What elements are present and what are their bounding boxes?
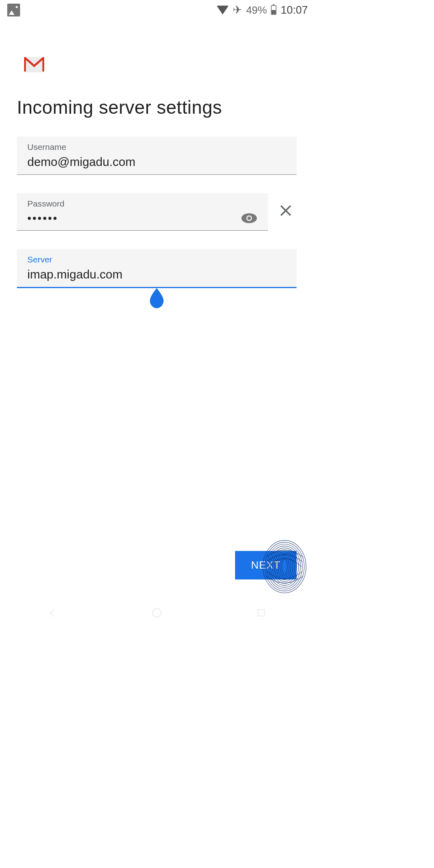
- page-title: Incoming server settings: [17, 96, 297, 118]
- svg-point-17: [152, 608, 161, 617]
- battery-icon: [271, 5, 276, 15]
- server-value: imap.migadu.com: [27, 268, 286, 281]
- username-label: Username: [27, 142, 286, 152]
- svg-rect-18: [258, 610, 264, 616]
- clear-password-button[interactable]: [278, 203, 293, 220]
- username-field[interactable]: Username demo@migadu.com: [17, 137, 297, 175]
- text-cursor-handle-icon[interactable]: [148, 288, 165, 308]
- svg-point-12: [274, 552, 295, 582]
- battery-percentage: 49%: [246, 4, 267, 16]
- password-value: ••••••: [27, 212, 241, 225]
- svg-point-16: [282, 559, 287, 574]
- home-button[interactable]: [149, 605, 164, 620]
- back-button[interactable]: [45, 605, 60, 620]
- gmail-icon: [24, 57, 44, 72]
- airplane-icon: ✈: [233, 4, 242, 16]
- password-label: Password: [27, 199, 258, 209]
- touch-indicator-icon: [260, 538, 309, 595]
- wifi-icon: [217, 6, 229, 14]
- recent-apps-button[interactable]: [254, 605, 269, 620]
- svg-point-8: [267, 544, 303, 589]
- username-value: demo@migadu.com: [27, 155, 286, 169]
- svg-point-15: [280, 557, 289, 576]
- server-label: Server: [27, 255, 286, 264]
- eye-icon[interactable]: [241, 213, 258, 224]
- svg-point-5: [248, 217, 251, 220]
- password-field[interactable]: Password ••••••: [17, 193, 268, 231]
- svg-point-6: [263, 540, 306, 593]
- status-bar: ✈ 49% 10:07: [0, 0, 313, 20]
- server-field[interactable]: Server imap.migadu.com: [17, 249, 297, 288]
- clock: 10:07: [280, 4, 308, 16]
- svg-point-9: [268, 546, 300, 588]
- navigation-bar: [0, 598, 313, 627]
- screenshot-notification-icon: [7, 4, 20, 16]
